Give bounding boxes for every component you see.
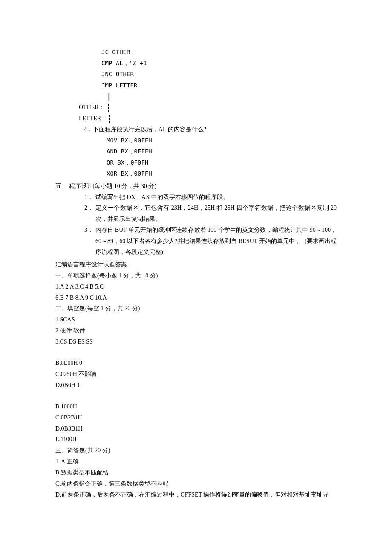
answer-line: B.0E00H 0 [55, 358, 337, 369]
asm-label-other: OTHER： ┆ [79, 102, 337, 113]
asm-code-line: JMP LETTER [101, 80, 337, 91]
list-item: 1． 试编写出把 DX、AX 中的双字右移四位的程序段。 [84, 192, 337, 203]
list-text: 试编写出把 DX、AX 中的双字右移四位的程序段。 [95, 192, 337, 203]
asm-label-letter: LETTER：┆ [79, 113, 337, 124]
answer-line: C.0B2B1H [55, 412, 337, 423]
asm-code-line: JC OTHER [101, 47, 337, 58]
asm-code-line: AND BX，0FFFH [107, 146, 337, 157]
answer-line: 6.B 7.B 8.A 9.C 10.A [55, 292, 337, 304]
vertical-ellipsis-icon: ┆ [107, 116, 111, 122]
answer-line: E.1100H [55, 434, 337, 445]
answer-line: 1.SCAS [55, 314, 337, 325]
asm-code-line: MOV BX，00FFH [107, 135, 337, 146]
answer-line: 1.A 2.A 3.C 4.B 5.C [55, 281, 337, 292]
answer-section-3: 三、简答题(共 20 分) [55, 445, 337, 456]
asm-label-text: LETTER： [79, 115, 107, 121]
asm-code-line: OR BX，0F0FH [107, 157, 337, 168]
answer-line: C.0250H 不影响 [55, 369, 337, 380]
answer-line: B.数据类型不匹配错 [55, 467, 337, 478]
answer-line: 1. A.正确 [55, 456, 337, 467]
answer-line: C.前两条指令正确，第三条数据类型不匹配 [55, 478, 337, 489]
list-number: 2． [84, 202, 93, 225]
list-number: 3． [84, 225, 93, 258]
asm-code-line: XOR BX，00FFH [107, 168, 337, 179]
answer-line: B.1000H [55, 401, 337, 412]
section-5-title: 五、 程序设计(每小题 10 分，共 30 分) [55, 181, 337, 192]
list-text: 定义一个数据区，它包含有 23H，24H，25H 和 26H 四个字符数据，把这… [95, 202, 337, 225]
question-4-title: 4．下面程序段执行完以后，AL 的内容是什么? [84, 124, 337, 135]
answer-line: D.0B0H 1 [55, 380, 337, 391]
list-number: 1． [84, 192, 93, 203]
answers-title: 汇编语言程序设计试题答案 [55, 259, 337, 270]
list-text: 内存自 BUF 单元开始的缓冲区连续存放着 100 个学生的英文分数，编程统计其… [95, 225, 337, 258]
asm-code-line: JNC OTHER [101, 69, 337, 80]
answer-line: D.前两条正确，后两条不正确，在汇编过程中，OFFSET 操作将得到变量的偏移值… [55, 489, 337, 500]
asm-label-text: OTHER： [79, 104, 105, 110]
answer-section-2: 二、填空题(每空 1 分，共 20 分) [55, 303, 337, 314]
answer-line: 3.CS DS ES SS [55, 336, 337, 347]
answer-line: 2.硬件 软件 [55, 325, 337, 336]
answer-section-1: 一、单项选择题(每小题 1 分，共 10 分) [55, 270, 337, 281]
list-item: 3． 内存自 BUF 单元开始的缓冲区连续存放着 100 个学生的英文分数，编程… [84, 225, 337, 258]
vertical-ellipsis-icon: ┆ [106, 105, 110, 111]
vertical-ellipsis-icon: ┆ [107, 91, 337, 102]
list-item: 2． 定义一个数据区，它包含有 23H，24H，25H 和 26H 四个字符数据… [84, 202, 337, 225]
asm-code-line: CMP AL，'Z'+1 [101, 58, 337, 69]
answer-line: D.0B3B1H [55, 423, 337, 434]
